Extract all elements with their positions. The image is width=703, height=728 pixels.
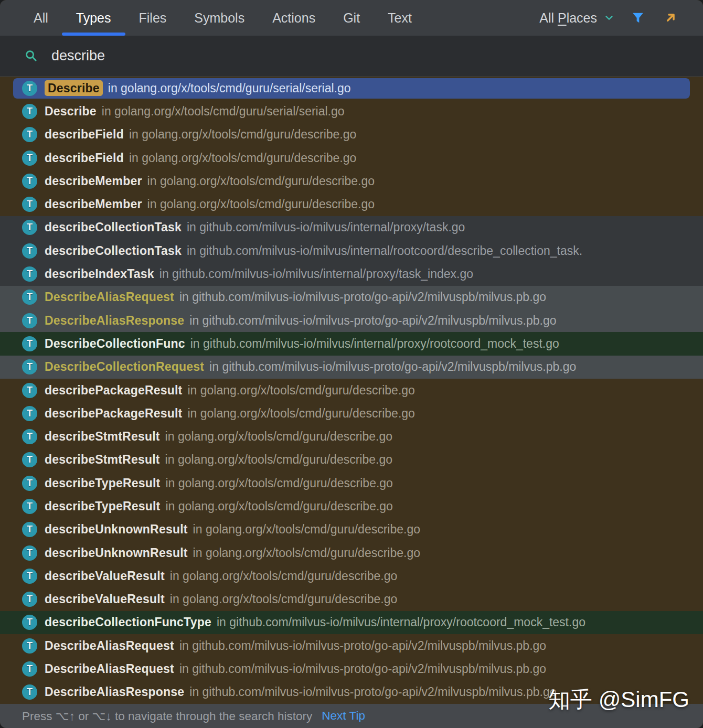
result-row[interactable]: T describePackageResult in golang.org/x/… bbox=[0, 402, 703, 425]
search-everywhere-popup: All Types Files Symbols Actions Git Text… bbox=[0, 0, 703, 728]
result-location: in golang.org/x/tools/cmd/guru/describe.… bbox=[187, 383, 414, 398]
result-name: DescribeCollectionFunc bbox=[45, 337, 185, 351]
result-row[interactable]: T describeField in golang.org/x/tools/cm… bbox=[0, 123, 703, 146]
result-row[interactable]: T describePackageResult in golang.org/x/… bbox=[0, 379, 703, 402]
type-icon: T bbox=[22, 290, 37, 305]
result-row[interactable]: T describeTypeResult in golang.org/x/too… bbox=[0, 495, 703, 518]
result-location: in golang.org/x/tools/cmd/guru/describe.… bbox=[165, 430, 392, 444]
result-name: describePackageResult bbox=[45, 406, 182, 421]
result-location: in golang.org/x/tools/cmd/guru/describe.… bbox=[129, 127, 356, 142]
result-location: in golang.org/x/tools/cmd/guru/describe.… bbox=[187, 406, 414, 421]
tab-text[interactable]: Text bbox=[388, 0, 412, 36]
search-icon bbox=[24, 49, 39, 63]
result-name: describeMember bbox=[45, 174, 142, 188]
result-name: describeValueResult bbox=[45, 592, 165, 606]
result-location: in golang.org/x/tools/cmd/guru/describe.… bbox=[193, 522, 420, 537]
result-name: describeField bbox=[45, 127, 124, 142]
type-icon: T bbox=[22, 313, 37, 328]
footer-hint: Press ⌥↑ or ⌥↓ to navigate through the s… bbox=[22, 709, 312, 723]
result-row[interactable]: T describeMember in golang.org/x/tools/c… bbox=[0, 169, 703, 192]
next-tip-link[interactable]: Next Tip bbox=[322, 709, 365, 723]
result-row[interactable]: T describeStmtResult in golang.org/x/too… bbox=[0, 425, 703, 448]
result-row[interactable]: T describeValueResult in golang.org/x/to… bbox=[0, 564, 703, 587]
result-location: in golang.org/x/tools/cmd/guru/describe.… bbox=[170, 569, 397, 583]
result-row[interactable]: T DescribeAliasRequest in github.com/mil… bbox=[0, 286, 703, 309]
result-row[interactable]: T DescribeCollectionFunc in github.com/m… bbox=[0, 332, 703, 355]
result-row[interactable]: T describeField in golang.org/x/tools/cm… bbox=[0, 146, 703, 169]
result-row[interactable]: T describeIndexTask in github.com/milvus… bbox=[0, 262, 703, 285]
result-name: Describe bbox=[45, 81, 103, 95]
result-name: describeValueResult bbox=[45, 569, 165, 583]
type-icon: T bbox=[22, 127, 37, 142]
tab-bar: All Types Files Symbols Actions Git Text… bbox=[0, 0, 703, 36]
result-location: in github.com/milvus-io/milvus-proto/go-… bbox=[209, 360, 576, 374]
result-name: describeCollectionTask bbox=[45, 244, 182, 258]
result-name: DescribeAliasResponse bbox=[45, 685, 184, 699]
result-location: in golang.org/x/tools/cmd/guru/describe.… bbox=[193, 546, 420, 560]
tab-actions[interactable]: Actions bbox=[272, 0, 315, 36]
type-icon: T bbox=[22, 592, 37, 607]
tab-files[interactable]: Files bbox=[139, 0, 167, 36]
result-location: in github.com/milvus-io/milvus/internal/… bbox=[159, 267, 473, 281]
result-row[interactable]: T DescribeCollectionRequest in github.co… bbox=[0, 356, 703, 379]
filter-button[interactable] bbox=[629, 8, 647, 27]
type-icon: T bbox=[22, 151, 37, 166]
result-name: describeUnknownResult bbox=[45, 522, 188, 537]
tab-label: Text bbox=[388, 10, 412, 26]
match-highlight: Describe bbox=[45, 80, 103, 96]
type-icon: T bbox=[22, 197, 37, 212]
result-row[interactable]: T describeStmtResult in golang.org/x/too… bbox=[0, 448, 703, 472]
type-icon: T bbox=[22, 476, 37, 491]
result-location: in github.com/milvus-io/milvus-proto/go-… bbox=[179, 662, 546, 676]
result-row[interactable]: T Describe in golang.org/x/tools/cmd/gur… bbox=[0, 100, 703, 123]
result-location: in golang.org/x/tools/cmd/guru/describe.… bbox=[147, 197, 375, 211]
result-name: describeStmtResult bbox=[45, 453, 160, 467]
result-name: describeIndexTask bbox=[45, 267, 154, 281]
tab-types[interactable]: Types bbox=[76, 0, 111, 36]
result-name: describeStmtResult bbox=[45, 430, 160, 444]
result-row[interactable]: T DescribeAliasRequest in github.com/mil… bbox=[0, 657, 703, 680]
result-row[interactable]: T DescribeAliasResponse in github.com/mi… bbox=[0, 309, 703, 332]
arrow-up-right-icon bbox=[663, 10, 678, 25]
result-location: in github.com/milvus-io/milvus-proto/go-… bbox=[179, 290, 546, 304]
type-icon: T bbox=[22, 359, 37, 374]
chevron-down-icon bbox=[603, 12, 615, 24]
result-row[interactable]: T DescribeAliasRequest in github.com/mil… bbox=[0, 634, 703, 657]
result-name: Describe bbox=[45, 104, 97, 119]
type-icon: T bbox=[22, 429, 37, 444]
result-row[interactable]: T describeCollectionTask in github.com/m… bbox=[0, 239, 703, 262]
result-name: describeTypeResult bbox=[45, 476, 160, 490]
result-location: in github.com/milvus-io/milvus/internal/… bbox=[217, 615, 585, 629]
result-row[interactable]: T describeTypeResult in golang.org/x/too… bbox=[0, 472, 703, 495]
tab-all[interactable]: All bbox=[34, 0, 48, 36]
result-location: in github.com/milvus-io/milvus-proto/go-… bbox=[189, 314, 556, 328]
result-name: DescribeAliasRequest bbox=[45, 290, 174, 304]
open-in-find-window-button[interactable] bbox=[661, 8, 680, 27]
search-input[interactable] bbox=[50, 47, 687, 65]
result-location: in golang.org/x/tools/cmd/guru/serial/se… bbox=[102, 104, 345, 119]
result-row[interactable]: T describeMember in golang.org/x/tools/c… bbox=[0, 192, 703, 216]
watermark: 知乎 @SimFG bbox=[548, 685, 689, 714]
result-location: in github.com/milvus-io/milvus/internal/… bbox=[190, 337, 559, 351]
result-name: describeCollectionTask bbox=[45, 220, 182, 234]
result-row[interactable]: T describeCollectionTask in github.com/m… bbox=[0, 216, 703, 239]
result-row[interactable]: T describeUnknownResult in golang.org/x/… bbox=[0, 518, 703, 541]
tab-symbols[interactable]: Symbols bbox=[194, 0, 244, 36]
type-icon: T bbox=[22, 336, 37, 351]
type-icon: T bbox=[22, 545, 37, 561]
tab-label: Actions bbox=[272, 10, 315, 26]
result-row[interactable]: T describeCollectionFuncType in github.c… bbox=[0, 611, 703, 634]
places-selector[interactable]: All Places bbox=[539, 10, 615, 26]
tab-git[interactable]: Git bbox=[343, 0, 360, 36]
result-row[interactable]: T describeUnknownResult in golang.org/x/… bbox=[0, 541, 703, 564]
result-row[interactable]: T Describe in golang.org/x/tools/cmd/gur… bbox=[0, 77, 703, 100]
result-name: describePackageResult bbox=[45, 383, 182, 398]
result-location: in github.com/milvus-io/milvus-proto/go-… bbox=[189, 685, 556, 699]
type-icon: T bbox=[22, 638, 37, 654]
places-selector-label: All Places bbox=[539, 10, 597, 26]
result-name: DescribeCollectionRequest bbox=[45, 360, 204, 374]
type-icon: T bbox=[22, 266, 37, 282]
result-row[interactable]: T describeValueResult in golang.org/x/to… bbox=[0, 588, 703, 611]
result-name: describeMember bbox=[45, 197, 142, 211]
result-location: in golang.org/x/tools/cmd/guru/describe.… bbox=[170, 592, 397, 606]
